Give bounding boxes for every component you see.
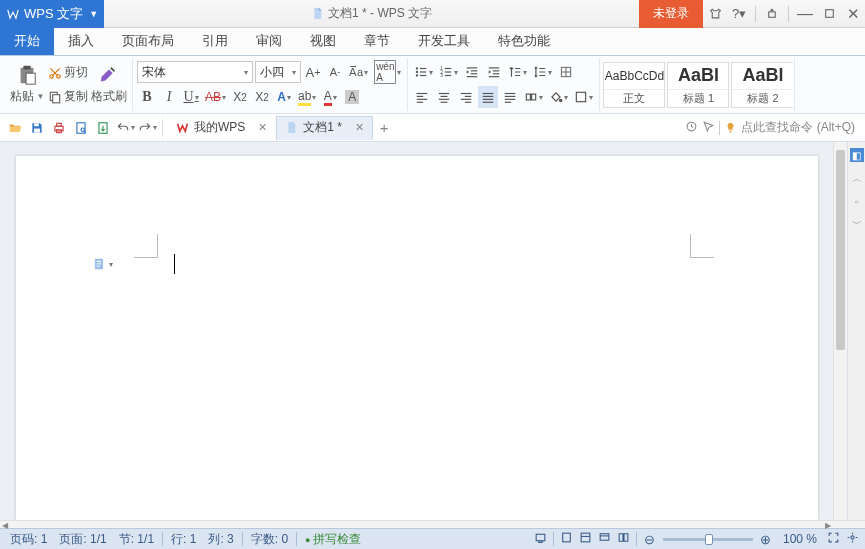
align-left-button[interactable] (412, 86, 432, 108)
view-print-layout-button[interactable] (560, 531, 573, 547)
decrease-font-button[interactable]: A- (325, 61, 345, 83)
app-menu-button[interactable]: WPS 文字 ▼ (0, 0, 104, 28)
format-painter-button[interactable]: 格式刷 (90, 60, 128, 110)
side-panel-collapsed[interactable]: ◧ ︿ ◦ ﹀ (847, 142, 865, 520)
minimize-button[interactable]: — (793, 0, 817, 28)
skin-icon[interactable] (703, 0, 727, 28)
separator (636, 532, 637, 546)
tab-start[interactable]: 开始 (0, 27, 54, 55)
close-tab-icon[interactable]: ✕ (355, 121, 364, 134)
border-button[interactable]: ▾ (572, 86, 595, 108)
font-name-select[interactable]: 宋体▾ (137, 61, 253, 83)
char-shading-button[interactable]: A (342, 86, 362, 108)
font-color-button[interactable]: A▾ (320, 86, 340, 108)
undo-button[interactable]: ▾ (114, 117, 136, 139)
status-words[interactable]: 字数: 0 (247, 531, 292, 548)
view-outline-button[interactable] (579, 531, 592, 547)
highlight-button[interactable]: ab▾ (296, 86, 318, 108)
view-reading-button[interactable] (617, 531, 630, 547)
save-button[interactable] (26, 117, 48, 139)
tab-page-layout[interactable]: 页面布局 (108, 27, 188, 55)
tab-section[interactable]: 章节 (350, 27, 404, 55)
asian-layout-button[interactable]: ▾ (506, 61, 529, 83)
print-preview-button[interactable] (70, 117, 92, 139)
increase-indent-button[interactable] (484, 61, 504, 83)
vertical-scrollbar[interactable] (833, 142, 847, 520)
close-tab-icon[interactable]: ✕ (258, 121, 267, 134)
italic-button[interactable]: I (159, 86, 179, 108)
open-button[interactable] (4, 117, 26, 139)
align-justify-button[interactable] (478, 86, 498, 108)
chevron-down-icon[interactable]: ﹀ (852, 217, 862, 231)
zoom-value[interactable]: 100 % (779, 532, 821, 546)
tab-references[interactable]: 引用 (188, 27, 242, 55)
status-spellcheck[interactable]: 拼写检查 (301, 531, 364, 548)
underline-button[interactable]: U▾ (181, 86, 201, 108)
panel-toggle-icon[interactable]: ◧ (850, 148, 864, 162)
align-center-button[interactable] (434, 86, 454, 108)
zoom-out-button[interactable]: ⊖ (643, 532, 657, 547)
status-page-no[interactable]: 页码: 1 (6, 531, 51, 548)
line-spacing-button[interactable]: ▾ (531, 61, 554, 83)
document-page[interactable]: ▾ (16, 156, 818, 520)
tab-view[interactable]: 视图 (296, 27, 350, 55)
dot-icon[interactable]: ◦ (855, 196, 859, 207)
style-heading1[interactable]: AaBl标题 1 (667, 62, 729, 108)
zoom-in-button[interactable]: ⊕ (759, 532, 773, 547)
change-case-button[interactable]: A̅a▾ (347, 61, 370, 83)
view-fullscreen-button[interactable] (534, 531, 547, 547)
align-distribute-button[interactable] (500, 86, 520, 108)
scroll-thumb[interactable] (836, 150, 845, 350)
tab-developer[interactable]: 开发工具 (404, 27, 484, 55)
tab-settings-button[interactable]: ▾ (522, 86, 545, 108)
command-search[interactable]: 点此查找命令 (Alt+Q) (685, 119, 861, 136)
paste-button[interactable]: 粘贴▼ (8, 60, 46, 110)
hscroll-right[interactable]: ▶ (825, 521, 831, 530)
section-handle[interactable]: ▾ (92, 257, 113, 271)
close-button[interactable]: ✕ (841, 0, 865, 28)
decrease-indent-button[interactable] (462, 61, 482, 83)
status-page-of[interactable]: 页面: 1/1 (55, 531, 110, 548)
restore-up-icon[interactable] (760, 0, 784, 28)
phonetic-guide-button[interactable]: wénA▾ (372, 61, 403, 83)
copy-button[interactable]: 复制 (46, 86, 90, 108)
tab-my-wps[interactable]: 我的WPS ✕ (167, 116, 276, 140)
redo-button[interactable]: ▾ (136, 117, 158, 139)
print-button[interactable] (48, 117, 70, 139)
borders-button[interactable] (556, 61, 576, 83)
help-icon[interactable]: ?▾ (727, 0, 751, 28)
tab-insert[interactable]: 插入 (54, 27, 108, 55)
svg-rect-41 (465, 102, 471, 103)
bold-button[interactable]: B (137, 86, 157, 108)
shading-button[interactable]: ▾ (547, 86, 570, 108)
bullets-button[interactable]: ▾ (412, 61, 435, 83)
hscroll-left[interactable]: ◀ (2, 521, 8, 530)
tab-doc1[interactable]: 文档1 * ✕ (276, 116, 373, 140)
align-right-button[interactable] (456, 86, 476, 108)
best-fit-button[interactable] (846, 531, 859, 547)
fit-page-button[interactable] (827, 531, 840, 547)
maximize-button[interactable] (817, 0, 841, 28)
style-heading2[interactable]: AaBl标题 2 (731, 62, 793, 108)
view-web-button[interactable] (598, 531, 611, 547)
style-normal[interactable]: AaBbCcDd正文 (603, 62, 665, 108)
superscript-button[interactable]: X2 (230, 86, 250, 108)
cut-button[interactable]: 剪切 (46, 62, 90, 84)
subscript-button[interactable]: X2 (252, 86, 272, 108)
zoom-slider[interactable] (663, 538, 753, 541)
zoom-thumb[interactable] (705, 534, 713, 545)
text-effects-button[interactable]: A▾ (274, 86, 294, 108)
login-button[interactable]: 未登录 (639, 0, 703, 28)
increase-font-button[interactable]: A+ (303, 61, 323, 83)
status-section[interactable]: 节: 1/1 (115, 531, 158, 548)
tab-features[interactable]: 特色功能 (484, 27, 564, 55)
strikethrough-button[interactable]: AB▾ (203, 86, 228, 108)
export-pdf-button[interactable] (92, 117, 114, 139)
status-col[interactable]: 列: 3 (204, 531, 237, 548)
new-tab-button[interactable]: + (373, 117, 395, 139)
status-line[interactable]: 行: 1 (167, 531, 200, 548)
tab-review[interactable]: 审阅 (242, 27, 296, 55)
font-size-select[interactable]: 小四▾ (255, 61, 301, 83)
chevron-up-icon[interactable]: ︿ (852, 172, 862, 186)
numbering-button[interactable]: 123▾ (437, 61, 460, 83)
